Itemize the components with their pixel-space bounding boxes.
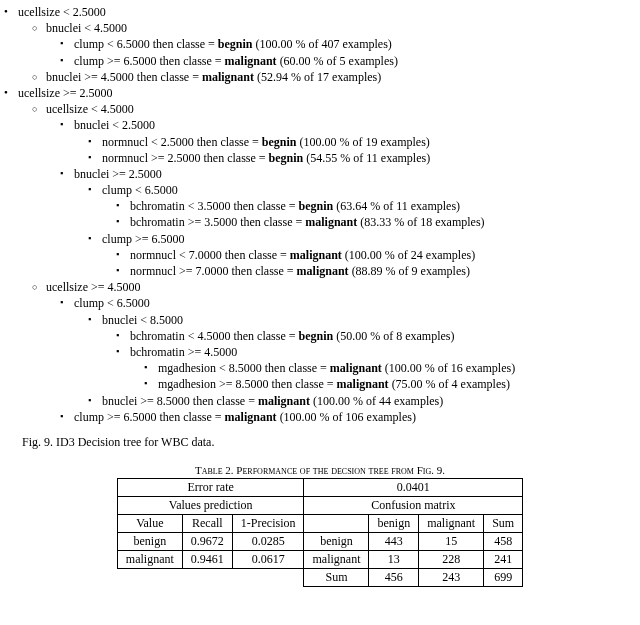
leaf-post: (88.89 % of 9 examples) [349,264,470,278]
leaf-class: malignant [202,70,254,84]
leaf-class: begnin [299,199,334,213]
table-title: Table 2. Performance of the decsion tree… [8,464,632,476]
tree-node: clump >= 6.5000 normnucl < 7.0000 then c… [102,231,632,280]
node-text: bchromatin >= 4.5000 [130,345,237,359]
leaf-pre: bchromatin < 4.5000 then classe = [130,329,299,343]
tree-node: clump < 6.5000 bnuclei < 8.5000 bchromat… [74,295,632,408]
table-row: Values prediction Confusion matrix [117,496,522,514]
leaf-pre: clump < 6.5000 then classe = [74,37,218,51]
tree-leaf: mgadhesion >= 8.5000 then classe = malig… [158,376,632,392]
tree-node: ucellsize < 2.5000 bnuclei < 4.5000 clum… [18,4,632,85]
header-benign: benign [369,514,419,532]
values-prediction-label: Values prediction [117,496,304,514]
leaf-post: (100.00 % of 24 examples) [342,248,475,262]
error-rate-label: Error rate [117,478,304,496]
leaf-pre: bnuclei >= 8.5000 then classe = [102,394,258,408]
tree-node: ucellsize < 4.5000 bnuclei < 2.5000 norm… [46,101,632,279]
row-benign: benign [117,532,182,550]
performance-table: Error rate 0.0401 Values prediction Conf… [117,478,523,587]
table-title-pre: Table 2. [195,464,236,476]
node-text: bnuclei >= 2.5000 [74,167,162,181]
leaf-class: malignant [258,394,310,408]
leaf-post: (60.00 % of 5 examples) [277,54,398,68]
leaf-pre: bchromatin >= 3.5000 then classe = [130,215,305,229]
cm-sum-malignant: 243 [419,568,484,586]
node-text: ucellsize >= 4.5000 [46,280,141,294]
leaf-post: (52.94 % of 17 examples) [254,70,381,84]
leaf-post: (100.00 % of 16 examples) [382,361,515,375]
node-text: ucellsize < 4.5000 [46,102,134,116]
cm-sum-benign: 456 [369,568,419,586]
node-text: clump >= 6.5000 [102,232,185,246]
leaf-pre: clump >= 6.5000 then classe = [74,54,225,68]
error-rate-value: 0.0401 [304,478,523,496]
header-value: Value [117,514,182,532]
leaf-class: malignant [297,264,349,278]
cm-malignant-benign: 13 [369,550,419,568]
cm-benign-malignant: 15 [419,532,484,550]
table-row: Sum 456 243 699 [117,568,522,586]
tree-node: ucellsize >= 4.5000 clump < 6.5000 bnucl… [46,279,632,425]
cell-benign-recall: 0.9672 [182,532,232,550]
tree-leaf: bnuclei >= 4.5000 then classe = malignan… [46,69,632,85]
node-text: bnuclei < 4.5000 [46,21,127,35]
leaf-class: begnin [218,37,253,51]
leaf-post: (100.00 % of 44 examples) [310,394,443,408]
tree-node: bnuclei >= 2.5000 clump < 6.5000 bchroma… [74,166,632,279]
tree-leaf: normnucl >= 2.5000 then classe = begnin … [102,150,632,166]
node-text: bnuclei < 2.5000 [74,118,155,132]
leaf-pre: clump >= 6.5000 then classe = [74,410,225,424]
node-text: clump < 6.5000 [74,296,150,310]
leaf-post: (63.64 % of 11 examples) [333,199,460,213]
cm-malignant-malignant: 228 [419,550,484,568]
tree-node: clump < 6.5000 bchromatin < 3.5000 then … [102,182,632,231]
empty-cell [117,568,304,586]
leaf-pre: normnucl < 2.5000 then classe = [102,135,262,149]
table-title-text: Performance of the decsion tree from Fig… [236,464,445,476]
cm-row-malignant: malignant [304,550,369,568]
leaf-post: (75.00 % of 4 examples) [389,377,510,391]
header-sum: Sum [484,514,523,532]
leaf-class: malignant [225,410,277,424]
leaf-class: malignant [290,248,342,262]
leaf-post: (54.55 % of 11 examples) [303,151,430,165]
tree-node: bnuclei < 2.5000 normnucl < 2.5000 then … [74,117,632,166]
leaf-post: (50.00 % of 8 examples) [333,329,454,343]
node-text: ucellsize >= 2.5000 [18,86,113,100]
tree-leaf: clump >= 6.5000 then classe = malignant … [74,409,632,425]
node-text: clump < 6.5000 [102,183,178,197]
node-text: ucellsize < 2.5000 [18,5,106,19]
leaf-pre: bchromatin < 3.5000 then classe = [130,199,299,213]
tree-node: ucellsize >= 2.5000 ucellsize < 4.5000 b… [18,85,632,425]
cell-malignant-1prec: 0.0617 [232,550,304,568]
confusion-matrix-label: Confusion matrix [304,496,523,514]
tree-leaf: clump < 6.5000 then classe = begnin (100… [74,36,632,52]
leaf-class: begnin [269,151,304,165]
tree-node: bchromatin >= 4.5000 mgadhesion < 8.5000… [130,344,632,393]
cell-malignant-recall: 0.9461 [182,550,232,568]
leaf-class: begnin [299,329,334,343]
header-malignant: malignant [419,514,484,532]
header-recall: Recall [182,514,232,532]
cm-sum-total: 699 [484,568,523,586]
leaf-pre: mgadhesion >= 8.5000 then classe = [158,377,337,391]
tree-leaf: bnuclei >= 8.5000 then classe = malignan… [102,393,632,409]
tree-leaf: bchromatin >= 3.5000 then classe = malig… [130,214,632,230]
row-malignant: malignant [117,550,182,568]
decision-tree: ucellsize < 2.5000 bnuclei < 4.5000 clum… [8,4,632,425]
leaf-pre: normnucl >= 7.0000 then classe = [130,264,297,278]
table-row: Error rate 0.0401 [117,478,522,496]
table-row: benign 0.9672 0.0285 benign 443 15 458 [117,532,522,550]
tree-leaf: mgadhesion < 8.5000 then classe = malign… [158,360,632,376]
tree-leaf: normnucl >= 7.0000 then classe = maligna… [130,263,632,279]
table-row: malignant 0.9461 0.0617 malignant 13 228… [117,550,522,568]
leaf-post: (83.33 % of 18 examples) [357,215,484,229]
leaf-class: malignant [225,54,277,68]
header-empty [304,514,369,532]
cm-malignant-sum: 241 [484,550,523,568]
tree-leaf: normnucl < 2.5000 then classe = begnin (… [102,134,632,150]
tree-leaf: bchromatin < 4.5000 then classe = begnin… [130,328,632,344]
cm-benign-sum: 458 [484,532,523,550]
tree-leaf: bchromatin < 3.5000 then classe = begnin… [130,198,632,214]
node-text: bnuclei < 8.5000 [102,313,183,327]
